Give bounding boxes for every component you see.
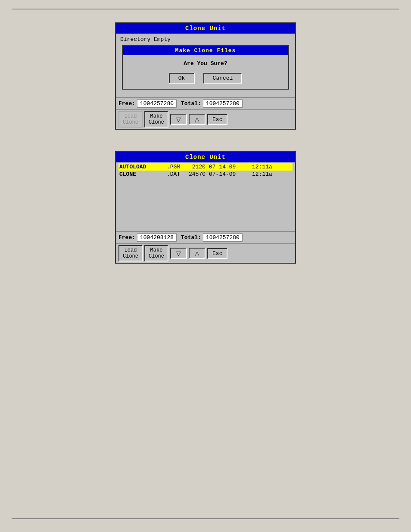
panel1-toolbar: LoadClone MakeClone ▽ △ Esc	[116, 109, 295, 129]
panel1-up-arrow-button[interactable]: △	[189, 114, 206, 125]
file-name-0: AUTOLOAD	[119, 164, 167, 170]
panel2-free-label: Free:	[118, 234, 135, 241]
ok-button[interactable]: Ok	[169, 73, 195, 84]
panel2-free-value: 1004208128	[137, 233, 177, 242]
cancel-button[interactable]: Cancel	[203, 73, 243, 84]
modal-question: Are You Sure?	[184, 60, 227, 67]
file-ext-0: .PGM	[167, 164, 184, 170]
file-date-0: 07-14-09	[209, 164, 252, 170]
panel1-total-label: Total:	[181, 100, 201, 107]
file-list-area: AUTOLOAD.PGM2120 07-14-09 12:11aCLONE.DA…	[116, 162, 295, 231]
clone-panel-1: Clone Unit Directory Empty Make Clone Fi…	[115, 22, 296, 130]
panel2-total-label: Total:	[181, 234, 201, 241]
make-clone-dialog: Make Clone Files Are You Sure? Ok Cancel	[122, 45, 289, 90]
panel2-down-arrow-button[interactable]: ▽	[170, 248, 187, 259]
panel2-toolbar: LoadClone MakeClone ▽ △ Esc	[116, 243, 295, 263]
modal-buttons: Ok Cancel	[169, 73, 243, 84]
panel1-total-value: 1004257280	[203, 100, 243, 108]
panel2-title: Clone Unit	[116, 152, 295, 162]
panel1-down-arrow-button[interactable]: ▽	[170, 114, 187, 125]
clone-panel-2: Clone Unit AUTOLOAD.PGM2120 07-14-09 12:…	[115, 151, 296, 264]
file-row-1[interactable]: CLONE.DAT24570 07-14-09 12:11a	[118, 171, 293, 178]
panel1-title: Clone Unit	[116, 23, 295, 34]
panel1-load-clone-button[interactable]: LoadClone	[118, 111, 143, 128]
panel2-up-arrow-button[interactable]: △	[189, 248, 206, 259]
file-time-0: 12:11a	[252, 164, 278, 170]
modal-title: Make Clone Files	[123, 46, 288, 55]
page-wrapper: Clone Unit Directory Empty Make Clone Fi…	[0, 0, 411, 532]
file-date-1: 07-14-09	[209, 171, 252, 177]
modal-spacer	[118, 91, 293, 96]
panel1-body: Directory Empty Make Clone Files Are You…	[116, 34, 295, 97]
file-name-1: CLONE	[119, 171, 167, 177]
bottom-rule	[12, 518, 399, 519]
panel1-free-total: Free: 1004257280 Total: 1004257280	[116, 97, 295, 109]
panel1-free-value: 1004257280	[137, 100, 177, 108]
panel2-total-value: 1004257280	[203, 233, 243, 242]
file-row-0[interactable]: AUTOLOAD.PGM2120 07-14-09 12:11a	[118, 163, 293, 171]
panel1-directory: Directory Empty	[118, 35, 293, 44]
panel1-esc-button[interactable]: Esc	[207, 114, 227, 125]
modal-body: Are You Sure? Ok Cancel	[123, 55, 288, 89]
file-ext-1: .DAT	[167, 171, 184, 177]
panel2-make-clone-button[interactable]: MakeClone	[144, 245, 168, 261]
file-size-1: 24570	[184, 171, 206, 177]
top-rule	[12, 9, 399, 9]
panel2-free-total: Free: 1004208128 Total: 1004257280	[116, 231, 295, 243]
file-time-1: 12:11a	[252, 171, 278, 177]
panel1-free-label: Free:	[118, 100, 135, 107]
panel2-load-clone-button[interactable]: LoadClone	[118, 245, 143, 261]
panel1-make-clone-button[interactable]: MakeClone	[144, 111, 168, 128]
panel2-esc-button[interactable]: Esc	[207, 248, 227, 259]
file-size-0: 2120	[184, 164, 206, 170]
